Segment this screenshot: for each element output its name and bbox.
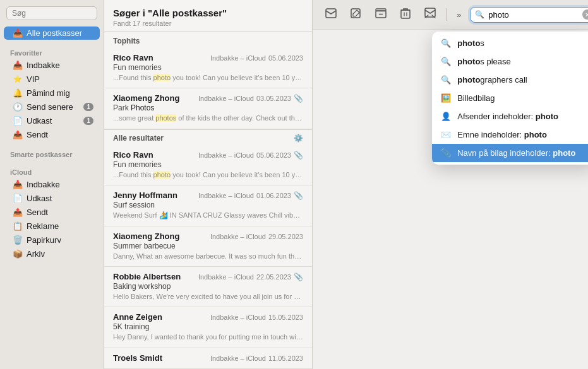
toolbar-separator — [446, 8, 447, 21]
dropdown-item-text: photos — [457, 38, 587, 48]
chevron-right-icon: » — [457, 10, 461, 20]
email-preview: Weekend Surf 🏄 IN SANTA CRUZ Glassy wave… — [113, 211, 303, 220]
send-senere-badge: 1 — [83, 103, 93, 111]
icloud-trash-icon: 🗑️ — [13, 235, 23, 245]
sidebar-item-icloud-reklame[interactable]: 📋 Reklame — [4, 220, 100, 233]
filter-icon[interactable]: ⚙️ — [294, 134, 303, 143]
person-icon: 👤 — [441, 112, 451, 121]
icloud-inbox-icon: 📥 — [13, 180, 23, 189]
email-mailbox: Indbakke – iCloud — [198, 273, 254, 281]
email-subject: Fun memories — [113, 160, 303, 169]
dropdown-item-text: Emne indeholder: photo — [457, 130, 587, 139]
sidebar-item-icloud-indbakke[interactable]: 📥 Indbakke — [4, 178, 100, 191]
svg-rect-3 — [376, 9, 386, 11]
attachment-icon: 📎 — [294, 94, 303, 103]
result-item-0[interactable]: Rico Ravn Indbakke – iCloud 05.06.2023 📎… — [104, 145, 312, 185]
result-item-3[interactable]: Robbie Albertsen Indbakke – iCloud 22.05… — [104, 267, 312, 307]
sidebar-item-sendt[interactable]: 📤 Sendt — [4, 128, 100, 141]
all-results-label: Alle resultater — [113, 134, 164, 143]
search-results-title: Søger i "Alle postkasser" — [113, 8, 303, 18]
sidebar-item-icloud-arkiv[interactable]: 📦 Arkiv — [4, 247, 100, 261]
search-box-container: 🔍 ✕ — [470, 7, 588, 23]
email-subject: Summer barbecue — [113, 242, 303, 250]
dropdown-item-text: Billedbilag — [457, 93, 587, 103]
search-clear-button[interactable]: ✕ — [582, 9, 588, 20]
email-date: 05.06.2023 — [268, 54, 303, 62]
email-subject: Fun memories — [113, 63, 303, 72]
sidebar-item-icloud-sendt[interactable]: 📤 Sendt — [4, 206, 100, 219]
svg-rect-0 — [326, 9, 336, 18]
dropdown-item-photos-please[interactable]: 🔍 photos please — [432, 52, 588, 71]
sidebar-item-label: Send senere — [27, 102, 73, 112]
sidebar-section-favoritter: Favoritter — [0, 45, 104, 58]
result-item-4[interactable]: Anne Zeigen Indbakke – iCloud 15.05.2023… — [104, 307, 312, 348]
sidebar-item-udkast[interactable]: 📄 Udkast 1 — [4, 114, 100, 127]
dropdown-item-emne[interactable]: ✉️ Emne indeholder: photo — [432, 126, 588, 144]
email-meta: Indbakke – iCloud 11.05.2023 — [210, 354, 303, 362]
sidebar-item-alle-postkasser[interactable]: 📥 Alle postkasser — [4, 26, 100, 40]
dropdown-item-photos[interactable]: 🔍 photos — [432, 34, 588, 52]
icloud-ads-icon: 📋 — [13, 221, 23, 231]
search-input[interactable] — [470, 7, 588, 23]
sidebar-item-label: Påmind mig — [27, 88, 70, 98]
sidebar-item-icloud-papirkurv[interactable]: 🗑️ Papirkurv — [4, 233, 100, 247]
sidebar-item-paamind-mig[interactable]: 🔔 Påmind mig — [4, 86, 100, 100]
tophit-item-0[interactable]: Rico Ravn Indbakke – iCloud 05.06.2023 F… — [104, 48, 312, 88]
email-date: 11.05.2023 — [268, 354, 303, 362]
right-panel: » 🔍 ✕ 🔍 photos 🔍 photos please 🔍 photogr… — [313, 0, 588, 369]
dropdown-item-text: photographers call — [457, 75, 587, 85]
email-preview: ...Found this photo you took! Can you be… — [113, 170, 303, 180]
search-suggestion-icon: 🔍 — [441, 57, 451, 66]
all-results-row: Alle resultater ⚙️ — [104, 129, 312, 145]
send-later-icon: 🕐 — [13, 102, 23, 112]
icloud-draft-icon: 📄 — [13, 194, 23, 203]
email-preview: Danny, What an awesome barbecue. It was … — [113, 252, 303, 261]
sidebar-search-input[interactable] — [6, 6, 97, 20]
dropdown-item-photographers[interactable]: 🔍 photographers call — [432, 71, 588, 89]
sent-icon: 📤 — [13, 130, 23, 139]
email-meta: Indbakke – iCloud 15.05.2023 — [210, 313, 303, 321]
result-item-1[interactable]: Jenny Hoffmann Indbakke – iCloud 01.06.2… — [104, 185, 312, 226]
archive-button[interactable] — [370, 6, 392, 23]
sidebar-item-label: Sendt — [27, 208, 48, 217]
email-mailbox: Indbakke – iCloud — [210, 313, 266, 321]
new-email-button[interactable] — [320, 6, 342, 23]
email-subject: 5K training — [113, 322, 303, 331]
search-suggestion-icon: 🔍 — [441, 38, 451, 48]
sidebar-item-label: VIP — [27, 74, 40, 84]
result-item-2[interactable]: Xiaomeng Zhong Indbakke – iCloud 29.05.2… — [104, 226, 312, 267]
dropdown-item-bilag[interactable]: 📎 Navn på bilag indeholder: photo — [432, 144, 588, 162]
email-date: 15.05.2023 — [268, 313, 303, 321]
email-mailbox: Indbakke – iCloud — [198, 95, 254, 102]
sidebar-item-vip[interactable]: ⭐ VIP — [4, 73, 100, 86]
email-meta: Indbakke – iCloud 05.06.2023 — [210, 54, 303, 62]
inbox-icon: 📥 — [13, 61, 23, 70]
dropdown-item-afsender[interactable]: 👤 Afsender indeholder: photo — [432, 107, 588, 126]
attachment-icon: 📎 — [294, 151, 303, 160]
result-item-5[interactable]: Troels Smidt Indbakke – iCloud 11.05.202… — [104, 348, 312, 369]
envelope-icon: ✉️ — [441, 130, 451, 139]
email-sender: Robbie Albertsen — [113, 272, 181, 281]
email-subject: Park Photos — [113, 103, 303, 112]
email-date: 22.05.2023 — [256, 273, 291, 281]
more-button[interactable]: » — [452, 6, 466, 23]
sidebar-item-icloud-udkast[interactable]: 📄 Udkast — [4, 192, 100, 205]
sidebar-item-indbakke[interactable]: 📥 Indbakke — [4, 59, 100, 72]
icloud-sent-icon: 📤 — [13, 208, 23, 217]
dropdown-item-billedbilag[interactable]: 🖼️ Billedbilag — [432, 89, 588, 107]
attachment-icon: 📎 — [294, 191, 303, 200]
delete-button[interactable] — [395, 5, 416, 24]
udkast-badge: 1 — [83, 117, 93, 125]
dropdown-item-text: Navn på bilag indeholder: photo — [457, 148, 587, 158]
email-sender: Anne Zeigen — [113, 312, 162, 322]
email-mailbox: Indbakke – iCloud — [210, 354, 266, 362]
sidebar-item-label: Sendt — [27, 130, 48, 139]
search-dropdown: 🔍 photos 🔍 photos please 🔍 photographers… — [432, 32, 588, 165]
email-sender: Rico Ravn — [113, 53, 153, 62]
sidebar-item-send-senere[interactable]: 🕐 Send senere 1 — [4, 100, 100, 114]
junk-button[interactable] — [419, 5, 441, 24]
email-meta: Indbakke – iCloud 01.06.2023 📎 — [198, 191, 303, 200]
email-preview: Hello Bakers, We're very excited to have… — [113, 292, 303, 302]
tophit-item-1[interactable]: Xiaomeng Zhong Indbakke – iCloud 03.05.2… — [104, 88, 312, 129]
compose-button[interactable] — [345, 6, 366, 24]
